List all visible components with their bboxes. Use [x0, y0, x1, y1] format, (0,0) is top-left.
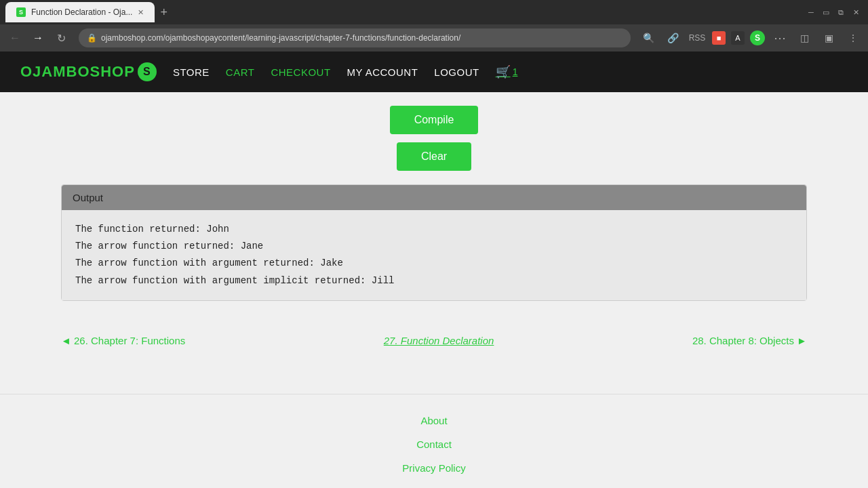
browser-window: S Function Declaration - Oja... ✕ + ─ ▭ … [0, 0, 868, 52]
brand-s-icon: S [138, 62, 157, 81]
sidebar-button[interactable]: ◫ [795, 28, 814, 47]
forward-button[interactable]: → [28, 28, 47, 47]
prev-chapter-link[interactable]: ◄ 26. Chapter 7: Functions [61, 335, 185, 346]
main-content: Compile Clear Output The function return… [34, 92, 834, 394]
footer-contact[interactable]: Contact [416, 439, 452, 450]
fullscreen-button[interactable]: ⧉ [834, 5, 848, 19]
tab-favicon: S [16, 7, 26, 17]
next-chapter-link[interactable]: 28. Chapter 8: Objects ► [692, 335, 807, 346]
restore-button[interactable]: ▭ [819, 5, 833, 19]
refresh-button[interactable]: ↻ [52, 28, 71, 47]
nav-cart[interactable]: CART [226, 64, 255, 81]
address-input[interactable] [101, 33, 623, 43]
output-container: Output The function returned: John The a… [61, 184, 807, 301]
footer-about[interactable]: About [420, 415, 447, 426]
secure-icon: 🔒 [87, 33, 97, 43]
compile-button[interactable]: Compile [390, 106, 479, 134]
screenshot-button[interactable]: ▣ [819, 28, 838, 47]
share-button[interactable]: 🔗 [663, 28, 682, 47]
clear-button[interactable]: Clear [397, 142, 471, 171]
chapter-navigation: ◄ 26. Chapter 7: Functions 27. Function … [61, 321, 807, 360]
navbar: OJAMBOSHOP S STORE CART CHECKOUT MY ACCO… [0, 52, 868, 92]
output-body: The function returned: John The arrow fu… [62, 210, 806, 300]
extensions-button[interactable]: ⋯ [770, 28, 789, 47]
footer: About Contact Privacy Policy Refund and … [0, 394, 868, 488]
cart-icon: 🛒 [496, 64, 511, 79]
minimize-button[interactable]: ─ [804, 5, 818, 19]
browser-controls-bar: ← → ↻ 🔒 🔍 🔗 RSS ■ A S ⋯ ◫ ▣ ⋮ [0, 24, 868, 52]
cart-icon-link[interactable]: 🛒 1 [496, 64, 518, 79]
footer-privacy[interactable]: Privacy Policy [402, 462, 465, 474]
active-tab[interactable]: S Function Declaration - Oja... ✕ [5, 2, 155, 22]
rss-icon: RSS [688, 28, 707, 47]
brand-logo[interactable]: OJAMBOSHOP S [20, 62, 157, 81]
extension-icon-dark[interactable]: A [731, 31, 745, 45]
back-button[interactable]: ← [5, 28, 24, 47]
page-content: OJAMBOSHOP S STORE CART CHECKOUT MY ACCO… [0, 52, 868, 488]
browser-actions: 🔍 🔗 RSS ■ A S ⋯ ◫ ▣ ⋮ [639, 28, 863, 47]
nav-logout[interactable]: LOGOUT [434, 64, 479, 81]
output-line-2: The arrow function returned: Jane [75, 238, 793, 255]
nav-my-account[interactable]: MY ACCOUNT [347, 64, 418, 81]
tab-bar: S Function Declaration - Oja... ✕ + ─ ▭ … [0, 0, 868, 24]
address-bar-container[interactable]: 🔒 [79, 28, 631, 47]
current-chapter-label: 27. Function Declaration [384, 335, 494, 346]
search-button[interactable]: 🔍 [639, 28, 658, 47]
nav-store[interactable]: STORE [173, 64, 210, 81]
tab-title: Function Declaration - Oja... [31, 7, 132, 17]
cart-count: 1 [513, 66, 518, 77]
output-line-3: The arrow function with argument returne… [75, 255, 793, 272]
brand-name: OJAMBOSHOP [20, 63, 135, 81]
more-options-button[interactable]: ⋮ [844, 28, 863, 47]
close-window-button[interactable]: ✕ [849, 5, 863, 19]
nav-checkout[interactable]: CHECKOUT [271, 64, 330, 81]
profile-icon[interactable]: S [750, 30, 765, 45]
tab-close-button[interactable]: ✕ [138, 8, 144, 17]
output-header: Output [62, 185, 806, 210]
extension-icon-red[interactable]: ■ [712, 31, 726, 45]
output-line-4: The arrow function with argument implici… [75, 272, 793, 289]
output-line-1: The function returned: John [75, 221, 793, 238]
buttons-area: Compile Clear [61, 106, 807, 171]
new-tab-button[interactable]: + [157, 5, 170, 20]
